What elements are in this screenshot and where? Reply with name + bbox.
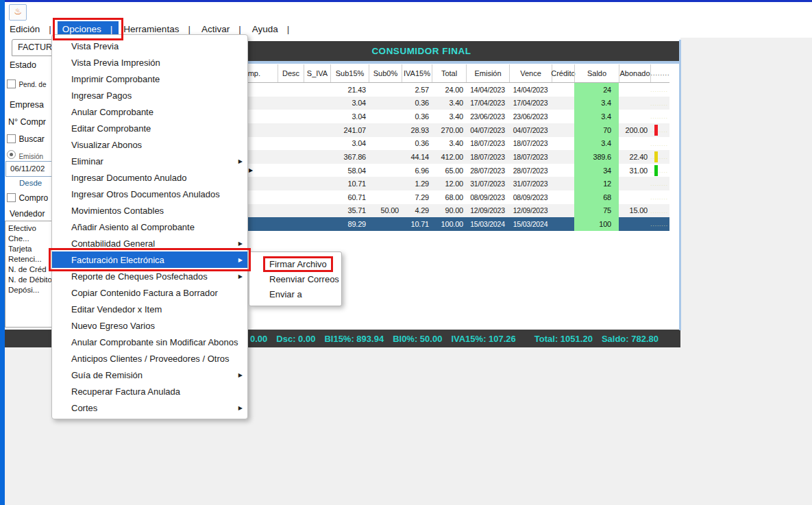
- document-title: CONSUMIDOR FINAL: [371, 46, 471, 56]
- pend-checkbox[interactable]: Pend. de: [7, 77, 47, 90]
- menubar-item-edicion[interactable]: Edición|: [5, 24, 58, 34]
- table-row[interactable]: ▶58.046.9665.0028/07/202328/07/20233431.…: [228, 164, 669, 177]
- menu-item-anular-comprobante[interactable]: Anular Comprobante: [52, 103, 247, 120]
- num-comprobante-label: N° Compr: [8, 117, 46, 127]
- menu-item-vista-previa[interactable]: Vista Previa: [52, 38, 247, 54]
- menu-item-anadir-asiento-al-comprobante[interactable]: Añadir Asiento al Comprobante: [52, 219, 247, 235]
- table-row[interactable]: 367.8644.14412.0018/07/202318/07/2023389…: [228, 150, 669, 164]
- cell-bar: ........: [650, 123, 669, 137]
- cell-abonado: 22.40: [619, 150, 650, 164]
- submenu-item-reenviar-correos[interactable]: Reenviar Correos: [249, 271, 341, 286]
- menu-item-guia-de-remision[interactable]: Guía de Remisión▶: [52, 367, 247, 383]
- menu-item-imprimir-comprobante[interactable]: Imprimir Comprobante: [52, 71, 247, 87]
- menubar-separator: |: [281, 21, 296, 37]
- table-row[interactable]: 3.040.363.4023/06/202323/06/20233.4.....…: [228, 110, 669, 123]
- emision-radio-label: Emisión: [19, 153, 43, 160]
- status-segment: Dsc: 0.00: [276, 334, 315, 344]
- table-row[interactable]: 35.7150.004.2990.0012/09/202312/09/20237…: [228, 204, 669, 218]
- menubar-item-label: Edición: [5, 21, 42, 37]
- checkbox-icon[interactable]: [7, 79, 16, 88]
- checkbox-icon[interactable]: [7, 134, 16, 143]
- facturacion-submenu-popup: Firmar ArchivoReenviar CorreosEnviar a: [249, 251, 342, 306]
- cell-iva15: 28.93: [402, 123, 432, 137]
- cell-credito: [552, 150, 574, 164]
- menu-item-label: Facturación Electrónica: [71, 255, 164, 265]
- cell-sub15: 367.86: [330, 150, 369, 164]
- menu-item-label: Ingresar Documento Anulado: [71, 173, 186, 183]
- table-row[interactable]: 3.040.363.4017/04/202317/04/20233.4.....…: [228, 97, 669, 110]
- emision-radio[interactable]: Emisión: [7, 149, 43, 162]
- menu-item-nuevo-egreso-varios[interactable]: Nuevo Egreso Varios: [52, 317, 247, 334]
- menu-item-cortes[interactable]: Cortes▶: [52, 399, 247, 416]
- menu-item-label: Nuevo Egreso Varios: [71, 321, 155, 331]
- cell-emision: 15/03/2024: [466, 217, 509, 231]
- cell-desc: [278, 83, 304, 97]
- menu-item-reporte-de-cheques-posfechados[interactable]: Reporte de Cheques Posfechados▶: [52, 268, 247, 284]
- menu-item-vista-previa-impresion[interactable]: Vista Previa Impresión: [52, 54, 247, 71]
- cell-credito: [552, 110, 574, 123]
- cell-abonado: 31.00: [619, 164, 650, 177]
- menu-item-label: Vista Previa Impresión: [71, 58, 160, 68]
- cell-sub0: [369, 110, 402, 123]
- cell-credito: [552, 97, 574, 110]
- table-row[interactable]: 60.717.2968.0008/09/202308/09/202368....…: [228, 190, 669, 204]
- checkbox-icon[interactable]: [7, 193, 16, 202]
- cell-bar: ........: [650, 204, 669, 218]
- menu-item-anular-comprobante-sin-modificar-abonos[interactable]: Anular Comprobante sin Modificar Abonos: [52, 334, 247, 350]
- cell-abonado: [619, 137, 650, 151]
- menu-item-copiar-contenido-factura-a-borrador[interactable]: Copiar Contenido Factura a Borrador: [52, 284, 247, 301]
- radio-icon[interactable]: [7, 150, 16, 159]
- menu-item-label: Eliminar: [71, 156, 103, 167]
- cell-saldo: 3.4: [574, 110, 619, 123]
- menu-item-label: Ingresar Pagos: [71, 90, 132, 101]
- menubar-item-ayuda[interactable]: Ayuda|: [247, 24, 296, 34]
- table-row[interactable]: 21.432.5724.0014/04/202314/04/202324....…: [228, 83, 669, 97]
- cell-emision: 18/07/2023: [466, 137, 509, 151]
- menu-item-editar-comprobante[interactable]: Editar Comprobante: [52, 120, 247, 136]
- table-row[interactable]: 3.040.363.4018/07/202318/07/20233.4.....…: [228, 137, 669, 151]
- row-dots: ........: [650, 195, 668, 201]
- buscar-checkbox[interactable]: Buscar: [7, 132, 45, 145]
- menu-item-movimientos-contables[interactable]: Movimientos Contables: [52, 202, 247, 219]
- menubar-item-herramientas[interactable]: Herramientas|: [119, 24, 197, 34]
- table-row[interactable]: 89.2910.71100.0015/03/202415/03/2024100.…: [228, 217, 669, 231]
- cell-s_iva: [304, 123, 330, 137]
- submenu-arrow-icon: ▶: [238, 241, 243, 247]
- cell-abonado: [619, 110, 650, 123]
- menubar-item-activar[interactable]: Activar|: [197, 24, 247, 34]
- column-header-emision: Emisión: [466, 64, 509, 82]
- menu-item-visualizar-abonos[interactable]: Visualizar Abonos: [52, 136, 247, 153]
- menu-item-ingresar-documento-anulado[interactable]: Ingresar Documento Anulado: [52, 169, 247, 186]
- cell-sub15: 10.71: [330, 177, 369, 190]
- menu-item-eliminar[interactable]: Eliminar▶: [52, 153, 247, 169]
- cell-total: 270.00: [432, 123, 466, 137]
- cell-abonado: [619, 217, 650, 231]
- submenu-item-enviar-a[interactable]: Enviar a: [249, 286, 341, 301]
- pend-checkbox-label: Pend. de: [19, 81, 46, 88]
- submenu-arrow-icon: ▶: [238, 257, 243, 263]
- menu-item-ingresar-pagos[interactable]: Ingresar Pagos: [52, 87, 247, 103]
- menu-item-anticipos-clientes-proveedores-otros[interactable]: Anticipos Clientes / Proveedores / Otros: [52, 350, 247, 367]
- submenu-arrow-icon: ▶: [238, 405, 243, 411]
- row-dots: ........: [650, 208, 668, 214]
- table-row[interactable]: 241.0728.93270.0004/07/202304/07/2023702…: [228, 123, 669, 137]
- menu-item-label: Visualizar Abonos: [71, 140, 142, 150]
- menu-item-ingresar-otros-documentos-anulados[interactable]: Ingresar Otros Documentos Anulados: [52, 186, 247, 202]
- menu-item-facturacion-electronica[interactable]: Facturación Electrónica▶: [52, 251, 247, 268]
- menu-item-label: Editar Vendedor x Item: [71, 304, 162, 315]
- menu-item-contabilidad-general[interactable]: Contabilidad General▶: [52, 235, 247, 251]
- table-row[interactable]: 10.711.2912.0031/07/202331/07/202312....…: [228, 177, 669, 190]
- comprobante-checkbox[interactable]: Compro: [7, 191, 48, 204]
- cell-saldo: 3.4: [574, 137, 619, 151]
- menu-item-editar-vendedor-x-item[interactable]: Editar Vendedor x Item: [52, 301, 247, 317]
- cell-sub15: 241.07: [330, 123, 369, 137]
- menu-item-label: Ingresar Otros Documentos Anulados: [71, 189, 220, 199]
- cell-s_iva: [304, 177, 330, 190]
- cell-abonado: [619, 83, 650, 97]
- cell-total: 68.00: [432, 190, 466, 204]
- cell-abonado: [619, 97, 650, 110]
- menu-item-recuperar-factura-anulada[interactable]: Recuperar Factura Anulada: [52, 383, 247, 399]
- cell-desc: [278, 164, 304, 177]
- cell-saldo: 12: [574, 177, 619, 190]
- submenu-item-firmar-archivo[interactable]: Firmar Archivo: [249, 256, 341, 271]
